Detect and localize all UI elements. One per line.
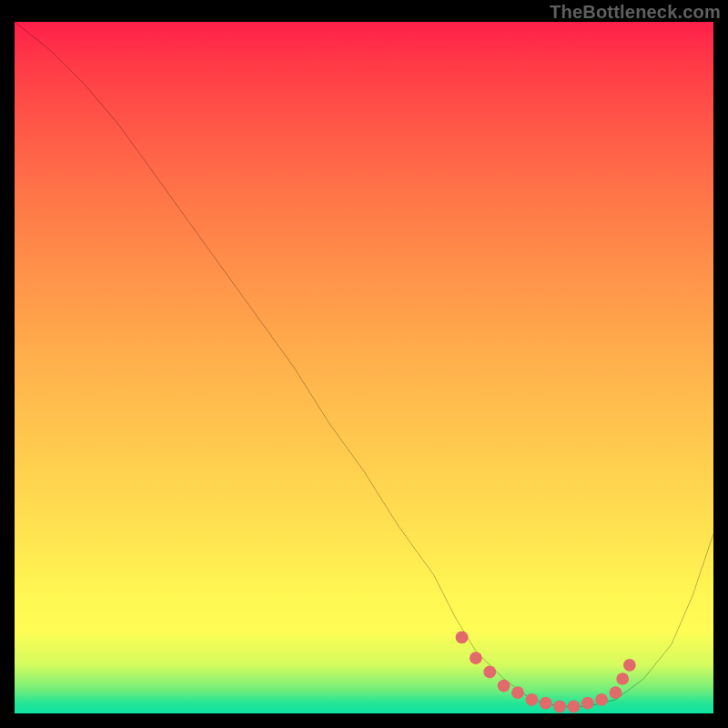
plot-area bbox=[15, 22, 713, 713]
curve-path bbox=[15, 22, 713, 706]
marker-dot bbox=[483, 666, 496, 679]
marker-dot bbox=[610, 686, 622, 699]
marker-dot bbox=[470, 652, 482, 664]
bottleneck-curve bbox=[15, 22, 713, 706]
marker-dot bbox=[540, 697, 552, 710]
marker-dot bbox=[623, 659, 636, 672]
marker-dot bbox=[595, 693, 608, 706]
curve-layer bbox=[15, 22, 713, 713]
marker-dot bbox=[616, 672, 629, 685]
marker-dot bbox=[511, 686, 524, 699]
optimal-range-markers bbox=[456, 632, 636, 713]
chart-frame: TheBottleneck.com bbox=[0, 0, 728, 728]
marker-dot bbox=[581, 697, 594, 710]
marker-dot bbox=[567, 701, 580, 713]
marker-dot bbox=[525, 693, 538, 706]
marker-dot bbox=[456, 632, 469, 644]
marker-dot bbox=[553, 701, 566, 713]
marker-dot bbox=[498, 680, 511, 693]
watermark-text: TheBottleneck.com bbox=[550, 2, 721, 23]
